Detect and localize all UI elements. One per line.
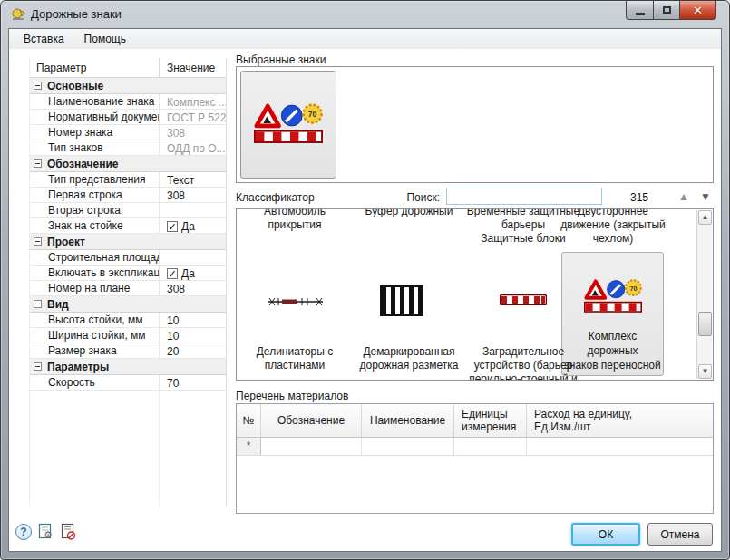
group-oboznachenie[interactable]: Обозначение [30, 156, 226, 172]
classifier-item-label[interactable]: Автомобиль прикрытия [244, 208, 346, 232]
selected-signs-panel: 70 [236, 66, 714, 183]
title-bar[interactable]: Дорожные знаки ✕ [1, 1, 729, 28]
next-arrow-icon[interactable]: ▼ [697, 189, 714, 204]
param-name: Высота стойки, мм [30, 313, 159, 327]
param-row[interactable]: Тип представления Текст [30, 172, 226, 188]
param-value: Да [181, 267, 195, 280]
param-name: Тип знаков [30, 140, 159, 155]
param-row[interactable]: Вторая строка [30, 203, 226, 218]
classifier-item-label[interactable]: Заградительное устройство (барьер периль… [463, 345, 583, 381]
cell-consumption[interactable] [527, 438, 713, 455]
param-value[interactable]: 20 [167, 345, 179, 358]
classifier-item-label[interactable]: Двустороннее движение (закрытый чехлом) [545, 208, 681, 246]
checkbox-checked-icon[interactable]: ✓ [167, 221, 178, 232]
close-button[interactable]: ✕ [680, 1, 716, 20]
param-row[interactable]: Номер на плане 308 [30, 281, 226, 296]
param-value[interactable]: 10 [167, 330, 179, 343]
group-osnovnye[interactable]: Основные [30, 78, 226, 94]
collapse-icon[interactable] [34, 300, 42, 308]
classifier-panel: Автомобиль прикрытия Буфер дорожный Врем… [236, 208, 714, 381]
gear-icon: ⚙ [44, 529, 53, 540]
param-row[interactable]: Первая строка 308 [30, 188, 226, 203]
cell-name[interactable] [362, 438, 454, 455]
collapse-icon[interactable] [34, 362, 42, 371]
param-name: Наименование знака [30, 94, 159, 109]
param-name: Нормативный документ [30, 110, 159, 124]
param-row[interactable]: Высота стойки, мм 10 [30, 313, 226, 328]
param-row[interactable]: Строительная площадка [30, 250, 226, 266]
group-label: Проект [47, 236, 85, 248]
param-row[interactable]: Размер знака 20 [30, 343, 226, 359]
menu-help[interactable]: Помощь [75, 30, 135, 48]
menu-insert[interactable]: Вставка [15, 30, 73, 48]
material-settings-button[interactable]: ⚙ [37, 523, 55, 541]
param-row[interactable]: Знак на стойке ✓Да [30, 218, 226, 234]
param-value[interactable]: 308 [167, 189, 185, 202]
minimize-button[interactable] [626, 1, 654, 20]
delineators-image[interactable] [268, 295, 324, 308]
checkbox-checked-icon[interactable]: ✓ [167, 268, 178, 279]
scroll-up-button[interactable]: ▲ [698, 210, 712, 225]
param-value[interactable]: 10 [167, 314, 179, 327]
group-label: Параметры [47, 361, 109, 373]
param-value[interactable]: ОДД по О... [167, 142, 226, 155]
param-row[interactable]: Скорость 70 [30, 375, 226, 391]
new-row-marker: * [237, 438, 261, 455]
selected-signs-label: Выбранные знаки [236, 53, 326, 66]
cell-designation[interactable] [261, 438, 362, 455]
param-row[interactable]: Наименование знака Комплекс ... [30, 94, 226, 110]
dialog-road-signs: Дорожные знаки ✕ Вставка Помощь Параметр… [0, 0, 730, 560]
scroll-up-icon: ▲ [702, 213, 709, 221]
classifier-item-label[interactable]: Буфер дорожный [346, 208, 472, 218]
classifier-item-label[interactable]: Делиниаторы с пластинами [244, 345, 346, 372]
collapse-icon[interactable] [34, 237, 42, 246]
parameter-grid-header: Параметр Значение [30, 58, 226, 78]
classifier-item-label[interactable]: Демаркированная дорожная разметка [349, 345, 469, 372]
cell-units[interactable] [454, 438, 527, 455]
ok-button[interactable]: ОК [571, 523, 640, 546]
search-input[interactable] [446, 188, 602, 205]
maximize-button[interactable] [654, 1, 680, 20]
cancel-button-label: Отмена [660, 528, 699, 541]
collapse-icon[interactable] [34, 82, 42, 90]
group-label: Вид [47, 298, 69, 311]
param-row[interactable]: Включать в экспликацию ✓Да [30, 266, 226, 281]
cancel-button[interactable]: Отмена [647, 523, 713, 546]
scrollbar-thumb[interactable] [698, 312, 712, 336]
help-button[interactable]: ? [15, 524, 34, 542]
group-parametry[interactable]: Параметры [30, 359, 226, 375]
param-name: Строительная площадка [30, 250, 159, 265]
group-vid[interactable]: Вид [30, 296, 226, 313]
param-name: Тип представления [30, 172, 159, 187]
param-row[interactable]: Ширина стойки, мм 10 [30, 328, 226, 343]
window-title: Дорожные знаки [31, 7, 122, 21]
materials-label: Перечень материалов [236, 390, 348, 402]
scroll-down-button[interactable]: ▼ [698, 364, 712, 379]
road-sign-complex-image: 70 [584, 278, 642, 316]
param-name: Ширина стойки, мм [30, 328, 159, 343]
param-value[interactable]: Текст [167, 174, 194, 187]
road-marking-image[interactable] [380, 285, 423, 316]
param-value: Да [181, 220, 195, 233]
selected-sign-card[interactable]: 70 [240, 71, 336, 179]
param-name: Размер знака [30, 343, 159, 358]
prev-arrow-icon[interactable]: ▲ [676, 189, 692, 204]
materials-new-row[interactable]: * [237, 438, 713, 456]
param-value[interactable]: 308 [167, 283, 185, 295]
group-proekt[interactable]: Проект [30, 234, 226, 250]
param-value[interactable]: ГОСТ Р 522... [167, 111, 226, 124]
ok-button-label: ОК [599, 528, 613, 541]
barrier-image[interactable] [500, 294, 547, 305]
classifier-scrollbar[interactable]: ▲ ▼ [696, 210, 712, 379]
parameter-grid: Параметр Значение Основные Наименование … [29, 58, 227, 507]
param-row[interactable]: Нормативный документ ГОСТ Р 522... [30, 110, 226, 125]
param-value[interactable]: Комплекс ... [167, 96, 226, 109]
material-delete-button[interactable] [59, 523, 77, 541]
param-value[interactable]: 70 [167, 377, 179, 390]
param-name: Первая строка [30, 188, 159, 202]
param-row[interactable]: Тип знаков ОДД по О... [30, 140, 226, 156]
collapse-icon[interactable] [34, 159, 42, 168]
param-row[interactable]: Номер знака 308 [30, 125, 226, 140]
param-name: Номер знака [30, 125, 159, 140]
param-value[interactable]: 308 [167, 127, 185, 140]
